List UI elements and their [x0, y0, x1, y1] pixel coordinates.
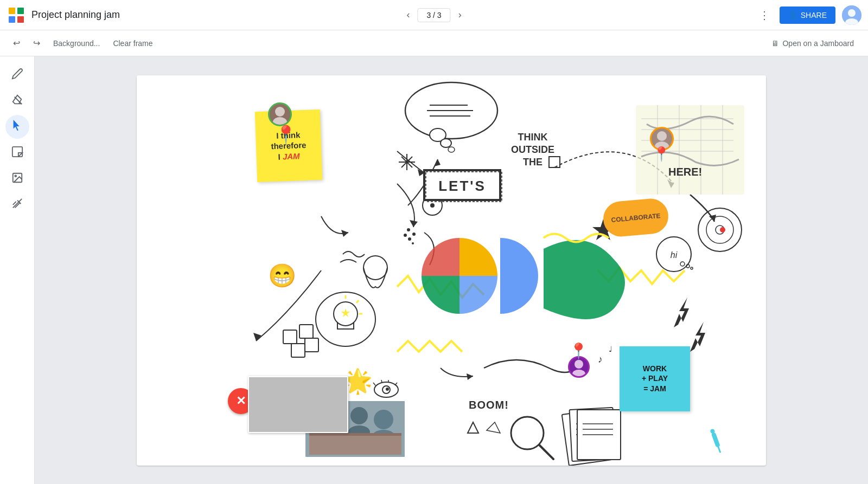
svg-point-5 — [848, 9, 856, 17]
svg-point-13 — [441, 139, 451, 147]
svg-text:hi: hi — [671, 250, 678, 260]
redo-icon: ↪ — [33, 38, 40, 48]
svg-rect-2 — [9, 16, 15, 23]
svg-point-31 — [430, 203, 435, 208]
svg-point-124 — [657, 131, 667, 141]
svg-text:LET'S: LET'S — [438, 178, 486, 194]
clear-frame-button[interactable]: Clear frame — [108, 36, 157, 51]
eraser-tool-button[interactable] — [5, 89, 29, 113]
header-actions: ⋮ 👤 SHARE — [756, 5, 861, 25]
svg-text:♩: ♩ — [609, 345, 612, 353]
select-cursor-icon — [11, 120, 23, 134]
open-jamboard-label: Open on a Jamboard — [782, 39, 854, 48]
jam-frame: THINK OUTSIDE THE — [137, 75, 766, 466]
app-logo — [7, 5, 26, 25]
svg-point-111 — [350, 407, 368, 424]
user-avatar-frame-1 — [268, 102, 292, 126]
image-icon — [11, 172, 23, 186]
svg-point-34 — [412, 233, 416, 236]
select-tool-button[interactable] — [5, 115, 29, 139]
sticky-note-icon — [11, 146, 23, 160]
main-area: THINK OUTSIDE THE — [0, 56, 868, 484]
toolbar-right: 🖥 Open on a Jamboard — [766, 36, 859, 51]
svg-text:HERE!: HERE! — [668, 166, 702, 178]
jamboard-monitor-icon: 🖥 — [771, 39, 779, 48]
svg-rect-0 — [9, 8, 15, 14]
share-label: SHARE — [801, 11, 827, 20]
toolbar: ↩ ↪ Background... Clear frame 🖥 Open on … — [0, 30, 868, 56]
page-indicator: 3 / 3 — [417, 8, 450, 22]
svg-text:BOOM!: BOOM! — [469, 399, 509, 411]
svg-point-51 — [386, 388, 389, 391]
location-pin-purple: 📍 — [569, 342, 588, 360]
photo-element[interactable] — [248, 376, 348, 433]
more-options-button[interactable]: ⋮ — [756, 5, 773, 25]
redo-button[interactable]: ↪ — [29, 35, 44, 51]
location-pin-green: 📍 — [275, 124, 297, 145]
svg-point-38 — [316, 292, 375, 346]
open-jamboard-button[interactable]: 🖥 Open on a Jamboard — [766, 36, 859, 51]
svg-point-121 — [275, 107, 285, 117]
share-icon: 👤 — [788, 11, 797, 20]
background-button[interactable]: Background... — [49, 36, 104, 51]
laser-tool-button[interactable] — [5, 193, 29, 217]
image-tool-button[interactable] — [5, 167, 29, 191]
svg-point-94 — [720, 227, 725, 233]
share-button[interactable]: 👤 SHARE — [780, 7, 835, 24]
sticky-note-cyan[interactable]: WORK+ PLAY= JAM — [620, 346, 690, 411]
svg-text:OUTSIDE: OUTSIDE — [511, 144, 554, 155]
svg-line-53 — [381, 380, 382, 383]
svg-rect-116 — [309, 436, 401, 455]
svg-point-14 — [448, 147, 455, 152]
pen-icon — [11, 68, 23, 82]
frame-navigation: ‹ 3 / 3 › — [401, 6, 467, 24]
location-pin-orange: 📍 — [653, 146, 670, 163]
sticky-note-cyan-text: WORK+ PLAY= JAM — [642, 364, 668, 393]
prev-frame-button[interactable]: ‹ — [401, 6, 415, 24]
svg-point-35 — [407, 228, 410, 231]
undo-icon: ↩ — [13, 38, 20, 48]
svg-rect-7 — [12, 146, 22, 156]
svg-rect-3 — [17, 16, 24, 23]
svg-point-33 — [408, 237, 411, 241]
collaborate-text: COLLABORATE — [611, 211, 661, 223]
undo-button[interactable]: ↩ — [9, 35, 24, 51]
pen-tool-button[interactable] — [5, 63, 29, 87]
svg-point-36 — [412, 242, 414, 244]
left-toolbar — [0, 56, 35, 484]
smiley-emoji: 😁 — [268, 262, 296, 289]
svg-point-32 — [404, 234, 407, 237]
sticky-note-tool-button[interactable] — [5, 141, 29, 165]
svg-text:THINK: THINK — [518, 132, 548, 143]
document-title: Project planning jam — [31, 9, 120, 21]
user-avatar[interactable] — [842, 5, 861, 25]
svg-text:♪: ♪ — [598, 354, 603, 365]
svg-point-113 — [374, 410, 393, 429]
svg-rect-1 — [17, 8, 24, 14]
header: Project planning jam ‹ 3 / 3 › ⋮ 👤 SHARE — [0, 0, 868, 30]
canvas-area[interactable]: THINK OUTSIDE THE — [35, 56, 868, 484]
next-frame-button[interactable]: › — [453, 6, 467, 24]
svg-text:THE: THE — [523, 157, 542, 167]
svg-point-127 — [575, 360, 583, 369]
eraser-icon — [11, 94, 23, 108]
laser-icon — [11, 198, 23, 212]
svg-point-9 — [15, 175, 16, 177]
